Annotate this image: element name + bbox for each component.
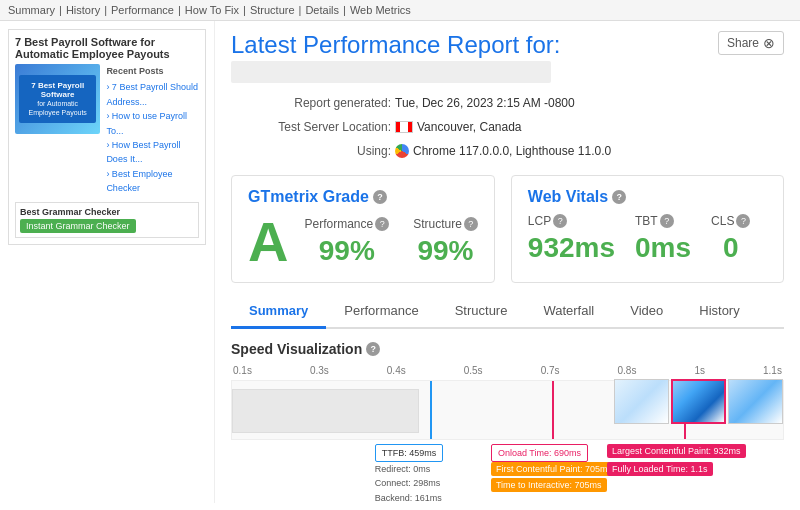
generated-label: Report generated: xyxy=(231,91,391,115)
lcp-label: LCP ? xyxy=(528,214,615,228)
frame-1 xyxy=(614,379,669,424)
nav-item-summary[interactable]: Summary xyxy=(8,4,55,16)
time-0-4: 0.4s xyxy=(387,365,406,376)
tbt-label: TBT ? xyxy=(635,214,691,228)
cls-label: CLS ? xyxy=(711,214,750,228)
preview-link-1[interactable]: › 7 Best Payroll Should Address... xyxy=(106,80,199,109)
meta-generated: Report generated: Tue, Dec 26, 2023 2:15… xyxy=(231,91,784,115)
nav-item-details[interactable]: Details xyxy=(305,4,339,16)
lcp-value: 932ms xyxy=(528,232,615,264)
tbt-value: 0ms xyxy=(635,232,691,264)
using-value: Chrome 117.0.0.0, Lighthouse 11.0.0 xyxy=(395,139,611,163)
gtmetrix-title: GTmetrix Grade ? xyxy=(248,188,478,206)
preview-links: Recent Posts › 7 Best Payroll Should Add… xyxy=(106,64,199,196)
cls-value: 0 xyxy=(711,232,750,264)
timeline-bar xyxy=(231,380,784,440)
grammar-title: Best Grammar Checker xyxy=(20,207,194,217)
time-0-8: 0.8s xyxy=(618,365,637,376)
gtmetrix-grade-box: GTmetrix Grade ? A Performance ? 99% xyxy=(231,175,495,283)
server-label: Test Server Location: xyxy=(231,115,391,139)
grades-container: GTmetrix Grade ? A Performance ? 99% xyxy=(231,175,784,283)
web-vitals-box: Web Vitals ? LCP ? 932ms TBT ? xyxy=(511,175,784,283)
tab-performance[interactable]: Performance xyxy=(326,295,436,329)
preview-link-3[interactable]: › How Best Payroll Does It... xyxy=(106,138,199,167)
onload-callout: Onload Time: 690ms xyxy=(491,444,588,462)
nav-item-more[interactable]: Web Metrics xyxy=(350,4,411,16)
lcp-callout: Largest Contentful Paint: 932ms xyxy=(607,444,746,458)
top-nav: Summary | History | Performance | How To… xyxy=(0,0,800,21)
callouts: TTFB: 459ms Redirect: 0ms Connect: 298ms… xyxy=(231,440,784,503)
vitals-metrics: LCP ? 932ms TBT ? 0ms CL xyxy=(528,214,767,264)
report-title-block: Latest Performance Report for: xyxy=(231,31,560,83)
nav-item-performance[interactable]: Performance xyxy=(111,4,174,16)
lcp-help-icon[interactable]: ? xyxy=(553,214,567,228)
structure-help-icon[interactable]: ? xyxy=(464,217,478,231)
share-label: Share xyxy=(727,36,759,50)
fully-loaded-callout: Fully Loaded Time: 1.1s xyxy=(607,462,713,476)
grammar-badge[interactable]: Instant Grammar Checker xyxy=(20,219,136,233)
lcp-metric: LCP ? 932ms xyxy=(528,214,615,264)
speed-help-icon[interactable]: ? xyxy=(366,342,380,356)
grade-metrics: Performance ? 99% Structure ? 99% xyxy=(304,217,477,267)
performance-help-icon[interactable]: ? xyxy=(375,217,389,231)
speed-title: Speed Visualization ? xyxy=(231,341,784,357)
preview-title: 7 Best Payroll Software for Automatic Em… xyxy=(15,36,199,60)
meta-server: Test Server Location: Vancouver, Canada xyxy=(231,115,784,139)
performance-metric: Performance ? 99% xyxy=(304,217,389,267)
frame-thumbnails xyxy=(614,379,783,424)
report-meta: Report generated: Tue, Dec 26, 2023 2:15… xyxy=(231,91,784,163)
report-title: Latest Performance Report for: xyxy=(231,31,560,59)
report-url xyxy=(231,61,551,83)
cls-metric: CLS ? 0 xyxy=(711,214,750,264)
preview-link-2[interactable]: › How to use Payroll To... xyxy=(106,109,199,138)
time-1-0: 1s xyxy=(694,365,705,376)
preview-image: 7 Best PayrollSoftwarefor Automatic Empl… xyxy=(15,64,100,134)
tbt-help-icon[interactable]: ? xyxy=(660,214,674,228)
server-value: Vancouver, Canada xyxy=(395,115,522,139)
tab-history[interactable]: History xyxy=(681,295,757,329)
time-0-5: 0.5s xyxy=(464,365,483,376)
preview-link-4[interactable]: › Best Employee Checker xyxy=(106,167,199,196)
main-container: 7 Best Payroll Software for Automatic Em… xyxy=(0,21,800,503)
tab-video[interactable]: Video xyxy=(612,295,681,329)
tab-waterfall[interactable]: Waterfall xyxy=(525,295,612,329)
grade-content: A Performance ? 99% Structure xyxy=(248,214,478,270)
time-1-1: 1.1s xyxy=(763,365,782,376)
frame-2 xyxy=(671,379,726,424)
tti-callout: Time to Interactive: 705ms xyxy=(491,478,607,492)
time-0-7: 0.7s xyxy=(541,365,560,376)
time-0-1: 0.1s xyxy=(233,365,252,376)
vitals-help-icon[interactable]: ? xyxy=(612,190,626,204)
ttfb-callout: TTFB: 459ms xyxy=(375,444,444,462)
grammar-checker-card: Best Grammar Checker Instant Grammar Che… xyxy=(15,202,199,238)
onload-marker xyxy=(552,381,554,439)
tab-structure[interactable]: Structure xyxy=(437,295,526,329)
share-icon: ⊗ xyxy=(763,35,775,51)
right-panel: Latest Performance Report for: Share ⊗ R… xyxy=(215,21,800,503)
ttfb-marker xyxy=(430,381,432,439)
share-button[interactable]: Share ⊗ xyxy=(718,31,784,55)
meta-using: Using: Chrome 117.0.0.0, Lighthouse 11.0… xyxy=(231,139,784,163)
left-panel: 7 Best Payroll Software for Automatic Em… xyxy=(0,21,215,503)
ttfb-detail: Redirect: 0ms Connect: 298ms Backend: 16… xyxy=(375,462,442,503)
generated-value: Tue, Dec 26, 2023 2:15 AM -0800 xyxy=(395,91,575,115)
nav-item-history[interactable]: History xyxy=(66,4,100,16)
structure-value: 99% xyxy=(413,235,478,267)
nav-item-structure[interactable]: Structure xyxy=(250,4,295,16)
gtmetrix-help-icon[interactable]: ? xyxy=(373,190,387,204)
fcp-callout: First Contentful Paint: 705ms xyxy=(491,462,617,476)
chrome-icon xyxy=(395,144,409,158)
tab-summary[interactable]: Summary xyxy=(231,295,326,329)
nav-item-how-to[interactable]: How To Fix xyxy=(185,4,239,16)
report-header: Latest Performance Report for: Share ⊗ xyxy=(231,31,784,83)
canada-flag-icon xyxy=(395,121,413,133)
tbt-metric: TBT ? 0ms xyxy=(635,214,691,264)
timeline-labels: 0.1s 0.3s 0.4s 0.5s 0.7s 0.8s 1s 1.1s xyxy=(231,365,784,376)
performance-value: 99% xyxy=(304,235,389,267)
cls-help-icon[interactable]: ? xyxy=(736,214,750,228)
performance-label: Performance ? xyxy=(304,217,389,231)
structure-label: Structure ? xyxy=(413,217,478,231)
tabs-bar: Summary Performance Structure Waterfall … xyxy=(231,295,784,329)
using-label: Using: xyxy=(231,139,391,163)
time-0-3: 0.3s xyxy=(310,365,329,376)
